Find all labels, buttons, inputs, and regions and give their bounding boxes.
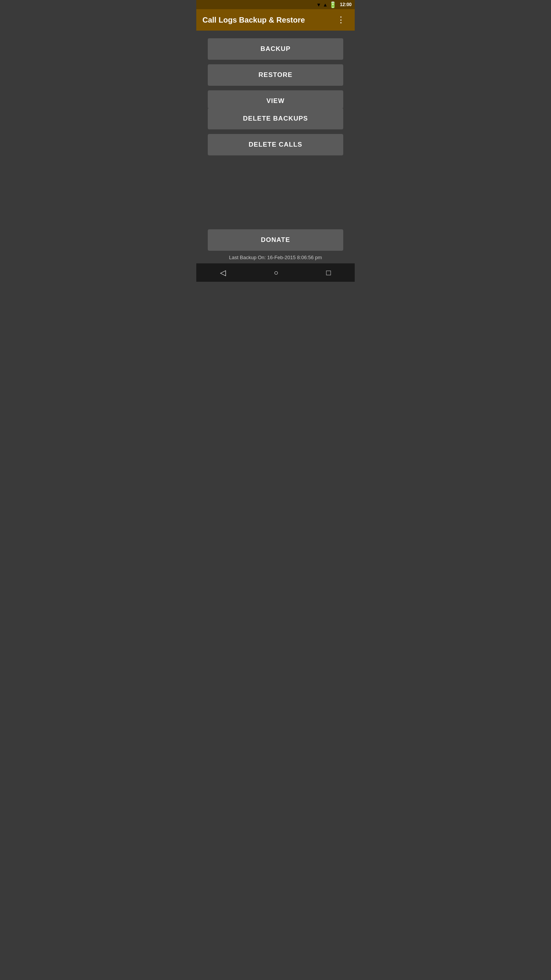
main-content: BACKUP RESTORE VIEW SEARCH (196, 31, 355, 108)
home-icon: ○ (274, 268, 278, 277)
delete-section: DELETE BACKUPS DELETE CALLS (196, 108, 355, 160)
view-button[interactable]: VIEW (208, 90, 343, 108)
restore-button[interactable]: RESTORE (208, 64, 343, 86)
middle-spacer (196, 160, 355, 230)
donate-button[interactable]: DONATE (208, 229, 343, 251)
delete-calls-button[interactable]: DELETE CALLS (208, 134, 343, 155)
last-backup-label: Last Backup On: 16-Feb-2015 8:06:56 pm (229, 255, 322, 260)
recent-icon: □ (326, 268, 331, 277)
signal-icon: ▲ (323, 2, 328, 8)
nav-recent-button[interactable]: □ (318, 265, 338, 280)
donate-section: DONATE Last Backup On: 16-Feb-2015 8:06:… (196, 229, 355, 263)
nav-back-button[interactable]: ◁ (212, 265, 233, 280)
status-icons: ▼ ▲ 🔋 12:00 (316, 1, 352, 8)
status-time: 12:00 (340, 2, 352, 7)
nav-home-button[interactable]: ○ (266, 265, 286, 280)
wifi-icon: ▼ (316, 2, 321, 8)
app-title: Call Logs Backup & Restore (202, 16, 305, 24)
nav-bar: ◁ ○ □ (196, 263, 355, 282)
backup-button[interactable]: BACKUP (208, 38, 343, 60)
back-icon: ◁ (220, 268, 226, 277)
battery-icon: 🔋 (329, 1, 337, 8)
status-bar: ▼ ▲ 🔋 12:00 (196, 0, 355, 9)
app-bar: Call Logs Backup & Restore ⋮ (196, 9, 355, 31)
delete-backups-button[interactable]: DELETE BACKUPS (208, 108, 343, 129)
overflow-menu-button[interactable]: ⋮ (334, 12, 349, 28)
